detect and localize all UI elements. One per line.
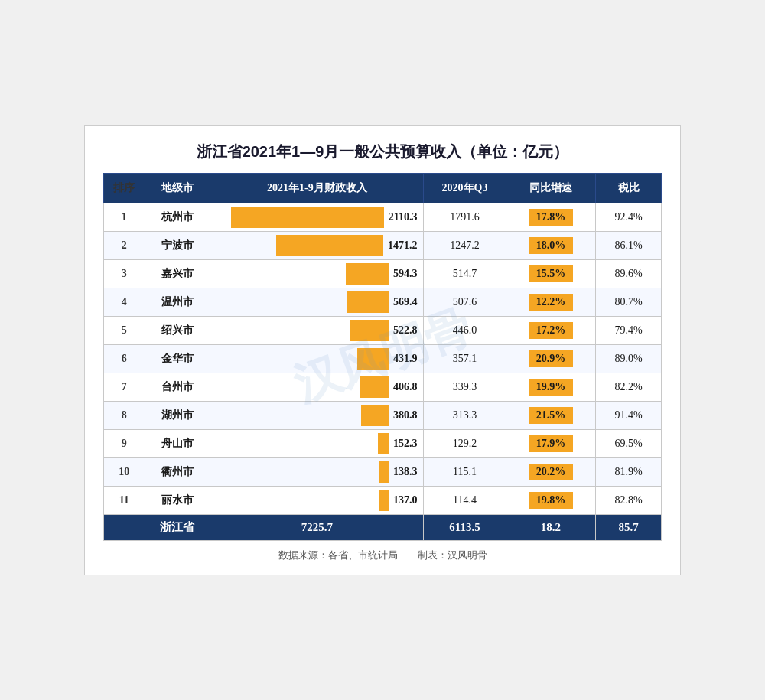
- table-row: 1杭州市2110.31791.617.8%92.4%: [104, 203, 662, 231]
- cell-revenue2020: 507.6: [424, 288, 506, 316]
- cell-revenue2020: 1791.6: [424, 203, 506, 231]
- footer-maker: 制表：汉风明骨: [418, 549, 487, 561]
- revenue-value: 152.3: [393, 438, 418, 450]
- cell-city: 湖州市: [145, 401, 210, 429]
- cell-tax: 81.9%: [596, 457, 662, 486]
- cell-city: 衢州市: [145, 457, 210, 486]
- cell-revenue2020: 115.1: [424, 457, 506, 486]
- table-row: 9舟山市152.3129.217.9%69.5%: [104, 429, 662, 457]
- cell-growth: 17.2%: [506, 316, 596, 344]
- header-growth: 同比增速: [506, 173, 596, 203]
- cell-tax: 82.8%: [596, 486, 662, 514]
- revenue-value: 594.3: [393, 268, 418, 280]
- cell-rank: 1: [104, 203, 145, 231]
- growth-badge: 20.2%: [529, 464, 574, 480]
- cell-rank: 11: [104, 486, 145, 514]
- growth-badge: 17.2%: [529, 322, 574, 339]
- cell-revenue2021: 137.0: [210, 486, 424, 514]
- cell-rank: 3: [104, 259, 145, 288]
- page-title: 浙江省2021年1—9月一般公共预算收入（单位：亿元）: [103, 142, 662, 162]
- total-growth: 18.2: [506, 514, 596, 540]
- cell-city: 台州市: [145, 373, 210, 401]
- growth-badge: 20.9%: [529, 350, 574, 367]
- header-tax: 税比: [596, 173, 662, 203]
- cell-growth: 19.9%: [506, 373, 596, 401]
- cell-growth: 18.0%: [506, 231, 596, 259]
- footer-source: 数据来源：各省、市统计局: [278, 549, 398, 561]
- cell-revenue2021: 406.8: [210, 373, 424, 401]
- main-card: 浙江省2021年1—9月一般公共预算收入（单位：亿元） 汉风明骨 排序 地级市 …: [84, 125, 681, 575]
- cell-rank: 2: [104, 231, 145, 259]
- cell-revenue2021: 2110.3: [210, 203, 424, 231]
- total-revenue2021: 7225.7: [210, 514, 424, 540]
- growth-badge: 19.9%: [529, 379, 574, 396]
- cell-rank: 4: [104, 288, 145, 316]
- cell-revenue2020: 129.2: [424, 429, 506, 457]
- cell-city: 金华市: [145, 344, 210, 373]
- revenue-value: 1471.2: [388, 239, 418, 252]
- cell-revenue2020: 339.3: [424, 373, 506, 401]
- cell-revenue2020: 114.4: [424, 486, 506, 514]
- cell-city: 丽水市: [145, 486, 210, 514]
- revenue-value: 137.0: [393, 494, 418, 506]
- cell-rank: 9: [104, 429, 145, 457]
- cell-revenue2020: 446.0: [424, 316, 506, 344]
- cell-city: 绍兴市: [145, 316, 210, 344]
- growth-badge: 12.2%: [529, 294, 574, 311]
- cell-tax: 92.4%: [596, 203, 662, 231]
- header-rank: 排序: [104, 173, 145, 203]
- header-city: 地级市: [145, 173, 210, 203]
- cell-revenue2021: 152.3: [210, 429, 424, 457]
- cell-tax: 89.0%: [596, 344, 662, 373]
- cell-revenue2021: 569.4: [210, 288, 424, 316]
- cell-rank: 7: [104, 373, 145, 401]
- header-revenue2021: 2021年1-9月财政收入: [210, 173, 424, 203]
- revenue-bar: [361, 405, 389, 426]
- growth-badge: 21.5%: [529, 407, 574, 424]
- revenue-bar: [357, 348, 389, 370]
- cell-growth: 15.5%: [506, 259, 596, 288]
- cell-revenue2021: 380.8: [210, 401, 424, 429]
- growth-badge: 18.0%: [529, 237, 574, 254]
- total-rank: [104, 514, 145, 540]
- cell-growth: 19.8%: [506, 486, 596, 514]
- cell-revenue2020: 313.3: [424, 401, 506, 429]
- cell-growth: 12.2%: [506, 288, 596, 316]
- footer: 数据来源：各省、市统计局 制表：汉风明骨: [103, 549, 662, 562]
- cell-revenue2021: 138.3: [210, 457, 424, 486]
- table-row: 10衢州市138.3115.120.2%81.9%: [104, 457, 662, 486]
- revenue-value: 569.4: [393, 296, 418, 308]
- revenue-bar: [347, 291, 389, 313]
- table-row: 2宁波市1471.21247.218.0%86.1%: [104, 231, 662, 259]
- total-revenue2020: 6113.5: [424, 514, 506, 540]
- revenue-bar: [346, 263, 389, 285]
- cell-tax: 80.7%: [596, 288, 662, 316]
- data-table: 排序 地级市 2021年1-9月财政收入 2020年Q3 同比增速 税比 1杭州…: [103, 173, 662, 541]
- revenue-bar: [360, 376, 389, 398]
- table-row: 5绍兴市522.8446.017.2%79.4%: [104, 316, 662, 344]
- growth-badge: 19.8%: [529, 492, 574, 509]
- cell-city: 嘉兴市: [145, 259, 210, 288]
- cell-tax: 86.1%: [596, 231, 662, 259]
- cell-revenue2021: 431.9: [210, 344, 424, 373]
- cell-rank: 8: [104, 401, 145, 429]
- cell-revenue2020: 357.1: [424, 344, 506, 373]
- cell-tax: 89.6%: [596, 259, 662, 288]
- revenue-value: 406.8: [393, 381, 418, 393]
- cell-city: 舟山市: [145, 429, 210, 457]
- cell-revenue2021: 522.8: [210, 316, 424, 344]
- cell-growth: 20.9%: [506, 344, 596, 373]
- cell-growth: 17.8%: [506, 203, 596, 231]
- table-body: 1杭州市2110.31791.617.8%92.4%2宁波市1471.21247…: [104, 203, 662, 540]
- table-container: 汉风明骨 排序 地级市 2021年1-9月财政收入 2020年Q3 同比增速 税…: [103, 173, 662, 541]
- table-row: 7台州市406.8339.319.9%82.2%: [104, 373, 662, 401]
- cell-revenue2021: 1471.2: [210, 231, 424, 259]
- table-row: 3嘉兴市594.3514.715.5%89.6%: [104, 259, 662, 288]
- cell-tax: 91.4%: [596, 401, 662, 429]
- growth-badge: 15.5%: [529, 265, 574, 282]
- cell-rank: 6: [104, 344, 145, 373]
- cell-tax: 69.5%: [596, 429, 662, 457]
- cell-city: 宁波市: [145, 231, 210, 259]
- table-row: 8湖州市380.8313.321.5%91.4%: [104, 401, 662, 429]
- total-row: 浙江省7225.76113.518.285.7: [104, 514, 662, 540]
